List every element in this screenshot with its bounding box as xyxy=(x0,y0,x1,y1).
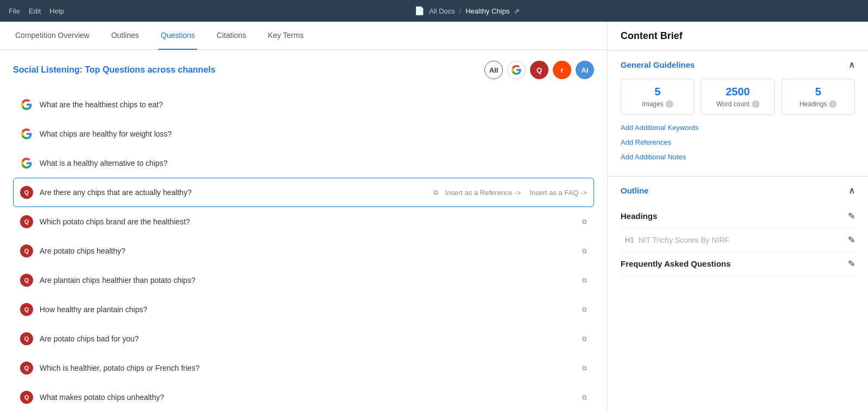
question-actions: Insert as a Reference -> Insert as a FAQ… xyxy=(445,189,587,197)
wordcount-label: Word count i xyxy=(707,100,769,108)
outline-h1-row: H1 NIT Trichy Scores By NIRF ✎ xyxy=(621,228,855,252)
question-text: Are potato chips healthy? xyxy=(40,247,573,255)
question-text: Are plantain chips healthier than potato… xyxy=(40,276,573,285)
external-link-icon[interactable]: ⧉ xyxy=(582,364,587,372)
faq-edit-icon[interactable]: ✎ xyxy=(848,259,855,269)
external-link-icon[interactable]: ⧉ xyxy=(433,189,438,196)
sidebar: Content Brief General Guidelines ∧ 5 Ima… xyxy=(608,22,868,413)
tab-questions[interactable]: Questions xyxy=(158,22,197,50)
tab-key-terms[interactable]: Key Terms xyxy=(266,22,306,50)
question-text: What are the healthiest chips to eat? xyxy=(40,100,587,109)
faq-label: Frequently Asked Questions xyxy=(621,259,731,268)
outline-collapse-icon: ∧ xyxy=(848,185,855,196)
add-references-link[interactable]: Add References xyxy=(621,138,855,146)
images-info-icon[interactable]: i xyxy=(666,100,673,108)
external-link-icon[interactable]: ⧉ xyxy=(582,276,587,284)
h1-tag: H1 xyxy=(625,236,634,244)
breadcrumb-alldocs[interactable]: All Docs xyxy=(429,7,455,15)
external-link-icon[interactable]: ⧉ xyxy=(582,335,587,343)
question-item[interactable]: What chips are healthy for weight loss? xyxy=(13,119,594,149)
filter-reddit[interactable]: r xyxy=(553,61,571,79)
external-link-icon[interactable]: ⧉ xyxy=(582,247,587,255)
add-keywords-link[interactable]: Add Additional Keywords xyxy=(621,124,855,132)
edit-menu[interactable]: Edit xyxy=(29,7,41,15)
headings-edit-icon[interactable]: ✎ xyxy=(848,211,855,221)
outline-section: Outline ∧ Headings ✎ H1 NIT Trichy Score… xyxy=(608,176,868,285)
outline-faq-row: Frequently Asked Questions ✎ xyxy=(621,252,855,276)
wordcount-info-icon[interactable]: i xyxy=(752,100,760,108)
question-item-selected[interactable]: Q Are there any chips that are actually … xyxy=(13,178,594,207)
stats-row: 5 Images i 2500 Word count i 5 xyxy=(621,79,855,115)
stat-wordcount: 2500 Word count i xyxy=(701,79,775,115)
filter-ai[interactable]: AI xyxy=(576,61,594,79)
insert-as-reference-button[interactable]: Insert as a Reference -> xyxy=(445,189,521,197)
question-item[interactable]: What is a healthy alternative to chips? xyxy=(13,149,594,178)
insert-as-faq-button[interactable]: Insert as a FAQ -> xyxy=(529,189,587,197)
question-text: Are potato chips bad for you? xyxy=(40,334,573,343)
main-content: Competition Overview Outlines Questions … xyxy=(0,22,608,413)
app-body: Competition Overview Outlines Questions … xyxy=(0,22,868,413)
breadcrumb-sep: / xyxy=(459,7,462,15)
filter-all[interactable]: All xyxy=(484,61,503,79)
add-notes-link[interactable]: Add Additional Notes xyxy=(621,153,855,161)
quora-source-icon: Q xyxy=(20,303,33,316)
google-source-icon xyxy=(20,98,33,111)
external-link-icon[interactable]: ⧉ xyxy=(582,393,587,401)
filter-buttons: All Q r AI xyxy=(484,61,594,79)
question-text: Are there any chips that are actually he… xyxy=(40,188,425,197)
outline-headings-label: Headings xyxy=(621,211,658,221)
filter-google[interactable] xyxy=(507,61,526,79)
question-item[interactable]: Q Are plantain chips healthier than pota… xyxy=(13,266,594,295)
question-item[interactable]: Q Are potato chips healthy? ⧉ xyxy=(13,236,594,266)
question-text: What is a healthy alternative to chips? xyxy=(40,159,587,167)
images-label: Images i xyxy=(627,100,688,108)
headings-value: 5 xyxy=(787,86,849,98)
h1-text: NIT Trichy Scores By NIRF xyxy=(639,236,848,244)
tab-citations[interactable]: Citations xyxy=(214,22,248,50)
content-brief-title: Content Brief xyxy=(608,22,868,51)
question-item[interactable]: Q Which is healthier, potato chips or Fr… xyxy=(13,353,594,383)
question-text: What chips are healthy for weight loss? xyxy=(40,130,587,138)
h1-edit-icon[interactable]: ✎ xyxy=(848,235,855,245)
menu-bar: File Edit Help xyxy=(9,7,64,15)
quora-source-icon: Q xyxy=(20,244,33,257)
stat-images: 5 Images i xyxy=(621,79,694,115)
nav-tabs: Competition Overview Outlines Questions … xyxy=(0,22,607,50)
general-guidelines-toggle[interactable]: General Guidelines ∧ xyxy=(621,60,855,70)
collapse-icon: ∧ xyxy=(848,60,855,70)
question-item[interactable]: Q Are potato chips bad for you? ⧉ xyxy=(13,324,594,353)
question-text: Which potato chips brand are the healthi… xyxy=(40,217,573,226)
help-menu[interactable]: Help xyxy=(49,7,64,15)
quora-source-icon: Q xyxy=(20,274,33,287)
top-bar: File Edit Help 📄 All Docs / Healthy Chip… xyxy=(0,0,868,22)
tab-outlines[interactable]: Outlines xyxy=(109,22,141,50)
external-link-icon[interactable]: ⧉ xyxy=(582,218,587,225)
images-value: 5 xyxy=(627,86,688,98)
external-link-icon[interactable]: ⧉ xyxy=(582,306,587,313)
question-item[interactable]: Q Which potato chips brand are the healt… xyxy=(13,207,594,236)
headings-label: Headings i xyxy=(787,100,849,108)
filter-quora[interactable]: Q xyxy=(530,61,548,79)
question-item[interactable]: Q How healthy are plantain chips? ⧉ xyxy=(13,295,594,324)
general-guidelines-label: General Guidelines xyxy=(621,60,695,69)
wordcount-value: 2500 xyxy=(707,86,769,98)
quora-source-icon: Q xyxy=(20,215,33,228)
question-item[interactable]: What are the healthiest chips to eat? xyxy=(13,90,594,119)
outline-headings-row: Headings ✎ xyxy=(621,204,855,228)
content-area: Social Listening: Top Questions across c… xyxy=(0,50,607,413)
section-title: Social Listening: Top Questions across c… xyxy=(13,65,215,75)
general-guidelines-section: General Guidelines ∧ 5 Images i 2500 Wor… xyxy=(608,51,868,176)
doc-icon: 📄 xyxy=(414,6,425,16)
tab-competition-overview[interactable]: Competition Overview xyxy=(13,22,92,50)
headings-info-icon[interactable]: i xyxy=(829,100,837,108)
quora-source-icon: Q xyxy=(20,362,33,375)
quora-source-icon: Q xyxy=(20,332,33,345)
quora-source-icon: Q xyxy=(20,391,33,404)
breadcrumb-docname: Healthy Chips xyxy=(465,7,509,15)
file-menu[interactable]: File xyxy=(9,7,20,15)
google-source-icon xyxy=(20,127,33,140)
question-list: What are the healthiest chips to eat? Wh… xyxy=(13,90,594,413)
share-icon[interactable]: ⇗ xyxy=(514,7,520,15)
question-item[interactable]: Q What makes potato chips unhealthy? ⧉ xyxy=(13,383,594,412)
outline-toggle[interactable]: Outline ∧ xyxy=(621,185,855,196)
